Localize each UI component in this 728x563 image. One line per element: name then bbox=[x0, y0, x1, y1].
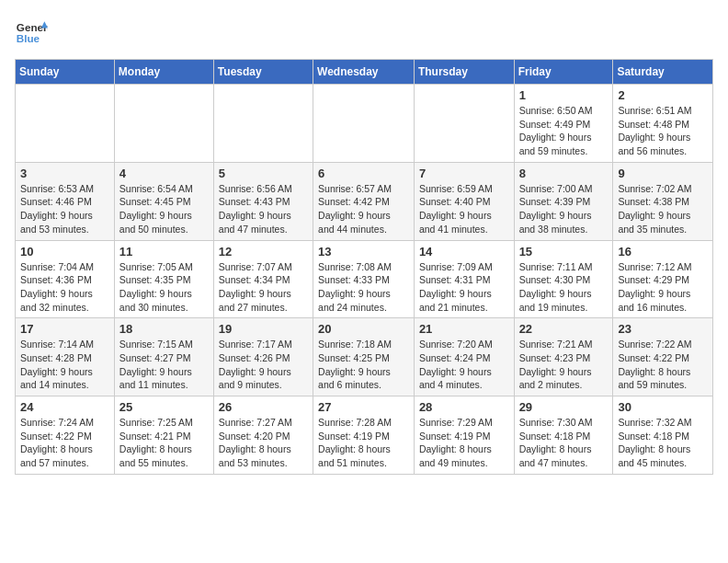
day-number: 23 bbox=[618, 322, 708, 336]
day-info: Sunrise: 7:07 AM Sunset: 4:34 PM Dayligh… bbox=[219, 260, 308, 315]
day-number: 7 bbox=[419, 167, 509, 180]
calendar-week-row: 24Sunrise: 7:24 AM Sunset: 4:22 PM Dayli… bbox=[16, 396, 713, 475]
day-info: Sunrise: 7:18 AM Sunset: 4:25 PM Dayligh… bbox=[318, 338, 409, 392]
logo: General Blue bbox=[15, 15, 48, 48]
day-info: Sunrise: 7:21 AM Sunset: 4:23 PM Dayligh… bbox=[519, 338, 609, 392]
calendar-cell: 7Sunrise: 6:59 AM Sunset: 4:40 PM Daylig… bbox=[414, 162, 514, 240]
day-number: 14 bbox=[419, 245, 509, 259]
day-number: 8 bbox=[519, 167, 609, 180]
day-number: 10 bbox=[20, 245, 109, 259]
day-number: 5 bbox=[219, 167, 308, 180]
calendar-cell: 18Sunrise: 7:15 AM Sunset: 4:27 PM Dayli… bbox=[114, 318, 213, 396]
calendar-cell bbox=[213, 85, 313, 163]
day-number: 25 bbox=[119, 400, 209, 414]
day-number: 20 bbox=[318, 322, 409, 336]
day-info: Sunrise: 7:20 AM Sunset: 4:24 PM Dayligh… bbox=[419, 338, 509, 392]
calendar-cell: 26Sunrise: 7:27 AM Sunset: 4:20 PM Dayli… bbox=[213, 396, 313, 475]
calendar-cell: 23Sunrise: 7:22 AM Sunset: 4:22 PM Dayli… bbox=[613, 318, 713, 396]
day-number: 24 bbox=[20, 400, 109, 414]
weekday-header: Thursday bbox=[414, 60, 514, 85]
day-number: 17 bbox=[20, 322, 109, 336]
day-number: 11 bbox=[119, 245, 209, 259]
day-info: Sunrise: 7:04 AM Sunset: 4:36 PM Dayligh… bbox=[20, 260, 109, 315]
day-number: 27 bbox=[318, 400, 409, 414]
day-number: 2 bbox=[618, 88, 708, 102]
day-info: Sunrise: 6:51 AM Sunset: 4:48 PM Dayligh… bbox=[618, 104, 708, 158]
weekday-header: Monday bbox=[114, 60, 213, 85]
day-number: 16 bbox=[618, 245, 708, 259]
calendar-week-row: 17Sunrise: 7:14 AM Sunset: 4:28 PM Dayli… bbox=[16, 318, 713, 396]
day-info: Sunrise: 6:50 AM Sunset: 4:49 PM Dayligh… bbox=[519, 104, 609, 158]
calendar-cell: 20Sunrise: 7:18 AM Sunset: 4:25 PM Dayli… bbox=[313, 318, 415, 396]
calendar-cell: 25Sunrise: 7:25 AM Sunset: 4:21 PM Dayli… bbox=[114, 396, 213, 475]
calendar-cell: 4Sunrise: 6:54 AM Sunset: 4:45 PM Daylig… bbox=[114, 162, 213, 240]
day-number: 18 bbox=[119, 322, 209, 336]
day-number: 13 bbox=[318, 245, 409, 259]
weekday-header: Wednesday bbox=[313, 60, 415, 85]
day-info: Sunrise: 7:30 AM Sunset: 4:18 PM Dayligh… bbox=[519, 416, 609, 470]
day-info: Sunrise: 7:17 AM Sunset: 4:26 PM Dayligh… bbox=[219, 338, 308, 392]
day-number: 22 bbox=[519, 322, 609, 336]
day-info: Sunrise: 7:27 AM Sunset: 4:20 PM Dayligh… bbox=[219, 416, 308, 470]
day-info: Sunrise: 7:24 AM Sunset: 4:22 PM Dayligh… bbox=[20, 416, 109, 470]
day-number: 21 bbox=[419, 322, 509, 336]
day-number: 4 bbox=[119, 167, 209, 180]
day-info: Sunrise: 6:59 AM Sunset: 4:40 PM Dayligh… bbox=[419, 182, 509, 236]
day-info: Sunrise: 7:14 AM Sunset: 4:28 PM Dayligh… bbox=[20, 338, 109, 392]
calendar-cell bbox=[16, 85, 115, 163]
svg-text:Blue: Blue bbox=[17, 32, 40, 44]
calendar-cell: 21Sunrise: 7:20 AM Sunset: 4:24 PM Dayli… bbox=[414, 318, 514, 396]
logo-icon: General Blue bbox=[15, 15, 48, 48]
calendar-cell: 9Sunrise: 7:02 AM Sunset: 4:38 PM Daylig… bbox=[613, 162, 713, 240]
calendar-week-row: 3Sunrise: 6:53 AM Sunset: 4:46 PM Daylig… bbox=[16, 162, 713, 240]
day-info: Sunrise: 7:02 AM Sunset: 4:38 PM Dayligh… bbox=[618, 182, 708, 236]
day-info: Sunrise: 7:12 AM Sunset: 4:29 PM Dayligh… bbox=[618, 260, 708, 315]
day-info: Sunrise: 7:22 AM Sunset: 4:22 PM Dayligh… bbox=[618, 338, 708, 392]
calendar-cell: 5Sunrise: 6:56 AM Sunset: 4:43 PM Daylig… bbox=[213, 162, 313, 240]
day-info: Sunrise: 7:11 AM Sunset: 4:30 PM Dayligh… bbox=[519, 260, 609, 315]
weekday-header: Sunday bbox=[16, 60, 115, 85]
weekday-header: Tuesday bbox=[213, 60, 313, 85]
day-info: Sunrise: 6:57 AM Sunset: 4:42 PM Dayligh… bbox=[318, 182, 409, 236]
calendar-cell bbox=[313, 85, 415, 163]
day-info: Sunrise: 7:08 AM Sunset: 4:33 PM Dayligh… bbox=[318, 260, 409, 315]
calendar-cell: 6Sunrise: 6:57 AM Sunset: 4:42 PM Daylig… bbox=[313, 162, 415, 240]
day-info: Sunrise: 7:28 AM Sunset: 4:19 PM Dayligh… bbox=[318, 416, 409, 470]
header: General Blue bbox=[15, 15, 713, 48]
calendar-cell: 14Sunrise: 7:09 AM Sunset: 4:31 PM Dayli… bbox=[414, 240, 514, 318]
day-number: 9 bbox=[618, 167, 708, 180]
day-number: 19 bbox=[219, 322, 308, 336]
day-info: Sunrise: 6:54 AM Sunset: 4:45 PM Dayligh… bbox=[119, 182, 209, 236]
day-number: 15 bbox=[519, 245, 609, 259]
calendar-cell bbox=[114, 85, 213, 163]
weekday-header: Saturday bbox=[613, 60, 713, 85]
calendar-cell: 2Sunrise: 6:51 AM Sunset: 4:48 PM Daylig… bbox=[613, 85, 713, 163]
calendar-cell bbox=[414, 85, 514, 163]
calendar-cell: 8Sunrise: 7:00 AM Sunset: 4:39 PM Daylig… bbox=[514, 162, 613, 240]
calendar-cell: 24Sunrise: 7:24 AM Sunset: 4:22 PM Dayli… bbox=[16, 396, 115, 475]
calendar-cell: 29Sunrise: 7:30 AM Sunset: 4:18 PM Dayli… bbox=[514, 396, 613, 475]
day-info: Sunrise: 7:09 AM Sunset: 4:31 PM Dayligh… bbox=[419, 260, 509, 315]
day-info: Sunrise: 7:32 AM Sunset: 4:18 PM Dayligh… bbox=[618, 416, 708, 470]
calendar-cell: 15Sunrise: 7:11 AM Sunset: 4:30 PM Dayli… bbox=[514, 240, 613, 318]
calendar-cell: 13Sunrise: 7:08 AM Sunset: 4:33 PM Dayli… bbox=[313, 240, 415, 318]
day-number: 29 bbox=[519, 400, 609, 414]
calendar-week-row: 1Sunrise: 6:50 AM Sunset: 4:49 PM Daylig… bbox=[16, 85, 713, 163]
calendar-cell: 3Sunrise: 6:53 AM Sunset: 4:46 PM Daylig… bbox=[16, 162, 115, 240]
calendar-cell: 19Sunrise: 7:17 AM Sunset: 4:26 PM Dayli… bbox=[213, 318, 313, 396]
calendar-cell: 30Sunrise: 7:32 AM Sunset: 4:18 PM Dayli… bbox=[613, 396, 713, 475]
day-info: Sunrise: 7:00 AM Sunset: 4:39 PM Dayligh… bbox=[519, 182, 609, 236]
calendar-cell: 17Sunrise: 7:14 AM Sunset: 4:28 PM Dayli… bbox=[16, 318, 115, 396]
calendar-week-row: 10Sunrise: 7:04 AM Sunset: 4:36 PM Dayli… bbox=[16, 240, 713, 318]
calendar-header-row: SundayMondayTuesdayWednesdayThursdayFrid… bbox=[16, 60, 713, 85]
day-info: Sunrise: 6:53 AM Sunset: 4:46 PM Dayligh… bbox=[20, 182, 109, 236]
calendar-cell: 27Sunrise: 7:28 AM Sunset: 4:19 PM Dayli… bbox=[313, 396, 415, 475]
calendar-cell: 16Sunrise: 7:12 AM Sunset: 4:29 PM Dayli… bbox=[613, 240, 713, 318]
day-info: Sunrise: 6:56 AM Sunset: 4:43 PM Dayligh… bbox=[219, 182, 308, 236]
calendar-cell: 22Sunrise: 7:21 AM Sunset: 4:23 PM Dayli… bbox=[514, 318, 613, 396]
day-number: 1 bbox=[519, 88, 609, 102]
day-number: 3 bbox=[20, 167, 109, 180]
calendar-cell: 10Sunrise: 7:04 AM Sunset: 4:36 PM Dayli… bbox=[16, 240, 115, 318]
calendar-cell: 28Sunrise: 7:29 AM Sunset: 4:19 PM Dayli… bbox=[414, 396, 514, 475]
day-info: Sunrise: 7:05 AM Sunset: 4:35 PM Dayligh… bbox=[119, 260, 209, 315]
